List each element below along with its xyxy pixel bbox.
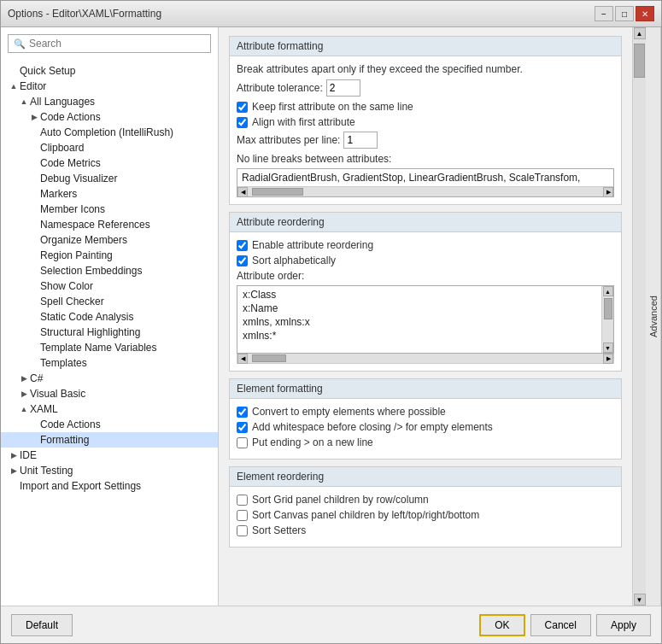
listbox-item-xname[interactable]: x:Name xyxy=(239,302,600,315)
apply-button[interactable]: Apply xyxy=(596,614,651,636)
no-line-breaks-scrollbar: ◀ ▶ xyxy=(237,186,613,196)
max-per-line-label: Max attributes per line: xyxy=(237,134,340,146)
tree-item-unit-testing[interactable]: ▶ Unit Testing xyxy=(1,463,218,478)
tree-label: Markers xyxy=(40,188,77,200)
search-box: 🔍 xyxy=(8,34,211,53)
hscroll-right[interactable]: ▶ xyxy=(603,354,613,364)
tree-label: Import and Export Settings xyxy=(20,480,141,492)
tree-item-code-metrics[interactable]: Code Metrics xyxy=(1,155,218,171)
tree-item-show-color[interactable]: Show Color xyxy=(1,278,218,294)
break-text-label: Break attributes apart only if they exce… xyxy=(237,63,523,75)
tree-label: Organize Members xyxy=(40,234,127,246)
keep-first-checkbox[interactable] xyxy=(237,102,248,113)
tree-item-editor[interactable]: ▲ Editor xyxy=(1,79,218,94)
tree-item-quick-setup[interactable]: Quick Setup xyxy=(1,63,218,79)
tolerance-input[interactable] xyxy=(326,79,360,97)
tolerance-row: Attribute tolerance: xyxy=(237,79,614,97)
minimize-button[interactable]: − xyxy=(595,6,613,21)
align-first-checkbox[interactable] xyxy=(237,117,248,128)
hscroll-track xyxy=(248,354,603,363)
tree-label: Spell Checker xyxy=(40,296,104,307)
tree-arrow: ▶ xyxy=(8,451,20,460)
listbox-item-xmlns-star[interactable]: xmlns:* xyxy=(239,329,600,342)
tree-label: All Languages xyxy=(30,96,95,108)
tree-item-xaml[interactable]: ▲ XAML xyxy=(1,401,218,417)
listbox-item-xmlns[interactable]: xmlns, xmlns:x xyxy=(239,315,600,329)
cancel-button[interactable]: Cancel xyxy=(530,614,591,636)
listbox-scroll-up[interactable]: ▲ xyxy=(603,286,613,296)
enable-reordering-checkbox[interactable] xyxy=(237,240,248,251)
tree-label: Member Icons xyxy=(40,203,105,215)
sort-setters-checkbox[interactable] xyxy=(237,525,248,536)
tree-item-all-languages[interactable]: ▲ All Languages xyxy=(1,94,218,109)
tree-item-csharp[interactable]: ▶ C# xyxy=(1,371,218,386)
tree-item-code-actions[interactable]: ▶ Code Actions xyxy=(1,109,218,125)
sort-alphabetically-label: Sort alphabetically xyxy=(252,255,336,266)
tree-item-template-name-variables[interactable]: Template Name Variables xyxy=(1,340,218,355)
close-button[interactable]: ✕ xyxy=(636,6,654,21)
tree-item-auto-completion[interactable]: Auto Completion (IntelliRush) xyxy=(1,125,218,140)
tree-item-member-icons[interactable]: Member Icons xyxy=(1,202,218,217)
enable-reordering-row: Enable attribute reordering xyxy=(237,239,614,251)
element-formatting-body: Convert to empty elements where possible… xyxy=(230,399,621,459)
tree-label: XAML xyxy=(30,403,58,415)
tree-item-xaml-code-actions[interactable]: Code Actions xyxy=(1,417,218,432)
attribute-formatting-header: Attribute formatting xyxy=(230,37,621,56)
tree-label: Template Name Variables xyxy=(40,342,157,354)
tree-item-ide[interactable]: ▶ IDE xyxy=(1,448,218,463)
tree-arrow: ▲ xyxy=(18,97,30,106)
tree-item-markers[interactable]: Markers xyxy=(1,186,218,202)
tree-item-visual-basic[interactable]: ▶ Visual Basic xyxy=(1,386,218,401)
default-button[interactable]: Default xyxy=(11,614,73,636)
put-ending-checkbox[interactable] xyxy=(237,437,248,448)
convert-empty-checkbox[interactable] xyxy=(237,407,248,418)
listbox-scroll-down[interactable]: ▼ xyxy=(603,342,613,353)
tree-item-static-code-analysis[interactable]: Static Code Analysis xyxy=(1,309,218,325)
tree-item-templates[interactable]: Templates xyxy=(1,355,218,371)
scroll-down-arrow[interactable]: ▼ xyxy=(634,594,646,606)
hscroll-left[interactable]: ◀ xyxy=(237,354,248,364)
tree-item-import-export[interactable]: Import and Export Settings xyxy=(1,478,218,494)
add-whitespace-checkbox[interactable] xyxy=(237,422,248,433)
element-formatting-header: Element formatting xyxy=(230,379,621,399)
tree-area: Quick Setup ▲ Editor ▲ All Languages ▶ C… xyxy=(1,60,218,606)
element-formatting-section: Element formatting Convert to empty elem… xyxy=(229,378,622,460)
break-text-row: Break attributes apart only if they exce… xyxy=(237,63,614,75)
tree-label: C# xyxy=(30,372,43,384)
tree-arrow: ▲ xyxy=(18,405,30,413)
sort-alphabetically-checkbox[interactable] xyxy=(237,255,248,266)
tree-item-spell-checker[interactable]: Spell Checker xyxy=(1,294,218,309)
tree-label: Region Painting xyxy=(40,249,113,261)
max-per-line-row: Max attributes per line: xyxy=(237,132,614,149)
window-controls: − □ ✕ xyxy=(595,6,654,21)
sort-canvas-checkbox[interactable] xyxy=(237,510,248,521)
tree-item-namespace-references[interactable]: Namespace References xyxy=(1,217,218,232)
tree-arrow: ▶ xyxy=(28,113,40,121)
tree-item-region-painting[interactable]: Region Painting xyxy=(1,248,218,263)
ok-button[interactable]: OK xyxy=(479,614,524,636)
search-input[interactable] xyxy=(29,38,205,50)
max-per-line-input[interactable] xyxy=(343,132,378,149)
tree-item-selection-embeddings[interactable]: Selection Embeddings xyxy=(1,263,218,278)
tree-item-xaml-formatting[interactable]: Formatting xyxy=(1,432,218,448)
maximize-button[interactable]: □ xyxy=(615,6,634,21)
scroll-right-arrow[interactable]: ▶ xyxy=(603,187,613,197)
listbox-item-xclass[interactable]: x:Class xyxy=(239,288,600,302)
main-window: Options - Editor\XAML\Formatting − □ ✕ 🔍… xyxy=(0,0,662,644)
tree-label: Namespace References xyxy=(40,219,150,231)
tree-arrow: ▲ xyxy=(8,82,20,91)
sort-grid-checkbox[interactable] xyxy=(237,495,248,506)
sort-alphabetically-row: Sort alphabetically xyxy=(237,255,614,266)
window-title: Options - Editor\XAML\Formatting xyxy=(8,8,161,20)
scroll-up-arrow[interactable]: ▲ xyxy=(634,27,646,39)
tree-item-organize-members[interactable]: Organize Members xyxy=(1,232,218,248)
advanced-tab[interactable]: Advanced xyxy=(646,27,661,606)
scroll-left-arrow[interactable]: ◀ xyxy=(237,187,248,197)
tree-label: Visual Basic xyxy=(30,388,85,400)
align-first-label: Align with first attribute xyxy=(252,116,355,128)
tree-item-structural-highlighting[interactable]: Structural Highlighting xyxy=(1,325,218,340)
attribute-reordering-header: Attribute reordering xyxy=(230,213,621,232)
tree-item-debug-visualizer[interactable]: Debug Visualizer xyxy=(1,171,218,186)
tree-item-clipboard[interactable]: Clipboard xyxy=(1,140,218,155)
right-panel: Attribute formatting Break attributes ap… xyxy=(219,27,661,606)
